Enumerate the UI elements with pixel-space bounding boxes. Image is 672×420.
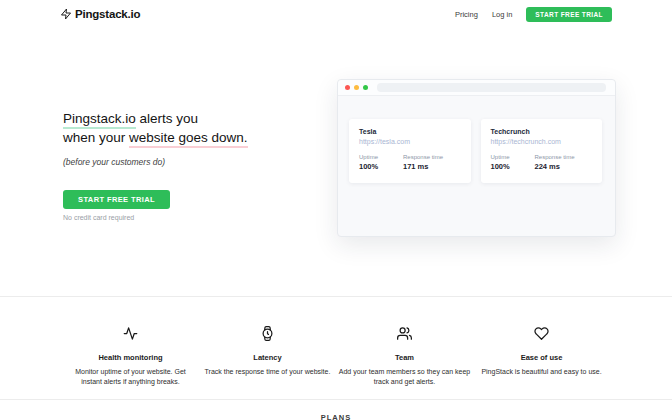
features-section: Health monitoring Monitor uptime of your…: [0, 296, 672, 387]
hero-heading-pre: when your: [63, 130, 129, 145]
browser-mockup: Tesla https://tesla.com Uptime 100% Resp…: [337, 79, 616, 237]
zap-icon: [60, 8, 72, 20]
header-start-trial-button[interactable]: START FREE TRIAL: [526, 7, 612, 22]
uptime-label: Uptime: [491, 154, 535, 160]
hero-section: Pingstack.io alerts you when your websit…: [63, 109, 333, 221]
nav-pricing-link[interactable]: Pricing: [455, 10, 478, 19]
response-time-stat: Response time 224 ms: [535, 154, 575, 171]
feature-title: Ease of use: [473, 353, 610, 362]
uptime-stat: Uptime 100%: [359, 154, 403, 171]
response-time-label: Response time: [535, 154, 575, 160]
site-stats: Uptime 100% Response time 224 ms: [491, 154, 593, 171]
hero-cta-note: No credit card required: [63, 214, 333, 221]
hero-heading-rest: alerts you: [136, 111, 198, 126]
activity-icon: [62, 326, 199, 345]
site-url[interactable]: https://techcrunch.com: [491, 138, 593, 145]
header-nav: Pricing Log in START FREE TRIAL: [455, 7, 612, 22]
feature-health-monitoring: Health monitoring Monitor uptime of your…: [62, 326, 199, 387]
response-time-value: 171 ms: [403, 162, 443, 171]
browser-address-bar: [377, 83, 606, 92]
monitor-card-tesla: Tesla https://tesla.com Uptime 100% Resp…: [349, 119, 471, 183]
feature-description: Track the response time of your website.: [199, 367, 336, 377]
response-time-stat: Response time 171 ms: [403, 154, 443, 171]
site-url[interactable]: https://tesla.com: [359, 138, 461, 145]
hero-heading-line1: Pingstack.io alerts you: [63, 109, 333, 128]
feature-description: Add your team members so they can keep t…: [336, 367, 473, 387]
uptime-value: 100%: [359, 162, 403, 171]
feature-title: Latency: [199, 353, 336, 362]
response-time-value: 224 ms: [535, 162, 575, 171]
logo[interactable]: Pingstack.io: [60, 8, 140, 20]
hero-cta-row: START FREE TRIAL: [63, 188, 333, 209]
plans-section: PLANS: [0, 399, 672, 420]
site-name: Techcrunch: [491, 128, 593, 135]
response-time-label: Response time: [403, 154, 443, 160]
feature-title: Health monitoring: [62, 353, 199, 362]
site-stats: Uptime 100% Response time 171 ms: [359, 154, 461, 171]
feature-ease-of-use: Ease of use PingStack is beautiful and e…: [473, 326, 610, 387]
traffic-light-zoom-icon: [363, 85, 368, 90]
hero-highlight-downtime: website goes down.: [129, 130, 248, 148]
hero-start-trial-button[interactable]: START FREE TRIAL: [63, 190, 170, 209]
plans-section-label: PLANS: [321, 413, 351, 420]
header: Pingstack.io Pricing Log in START FREE T…: [0, 0, 672, 28]
browser-content: Tesla https://tesla.com Uptime 100% Resp…: [338, 96, 615, 183]
hero-subtext: (before your customers do): [63, 157, 333, 167]
feature-title: Team: [336, 353, 473, 362]
heart-icon: [473, 326, 610, 345]
feature-description: Monitor uptime of your website. Get inst…: [62, 367, 199, 387]
nav-login-link[interactable]: Log in: [492, 10, 512, 19]
hero-heading: Pingstack.io alerts you when your websit…: [63, 109, 333, 147]
traffic-light-minimize-icon: [354, 85, 359, 90]
hero-heading-line2: when your website goes down.: [63, 128, 333, 147]
watch-icon: [199, 326, 336, 345]
uptime-value: 100%: [491, 162, 535, 171]
feature-description: PingStack is beautiful and easy to use.: [473, 367, 610, 377]
monitor-card-techcrunch: Techcrunch https://techcrunch.com Uptime…: [481, 119, 603, 183]
site-name: Tesla: [359, 128, 461, 135]
uptime-stat: Uptime 100%: [491, 154, 535, 171]
users-icon: [336, 326, 473, 345]
traffic-light-close-icon: [345, 85, 350, 90]
feature-latency: Latency Track the response time of your …: [199, 326, 336, 387]
browser-titlebar: [338, 80, 615, 96]
logo-text: Pingstack.io: [75, 8, 140, 20]
feature-team: Team Add your team members so they can k…: [336, 326, 473, 387]
uptime-label: Uptime: [359, 154, 403, 160]
hero-highlight-product: Pingstack.io: [63, 111, 136, 129]
